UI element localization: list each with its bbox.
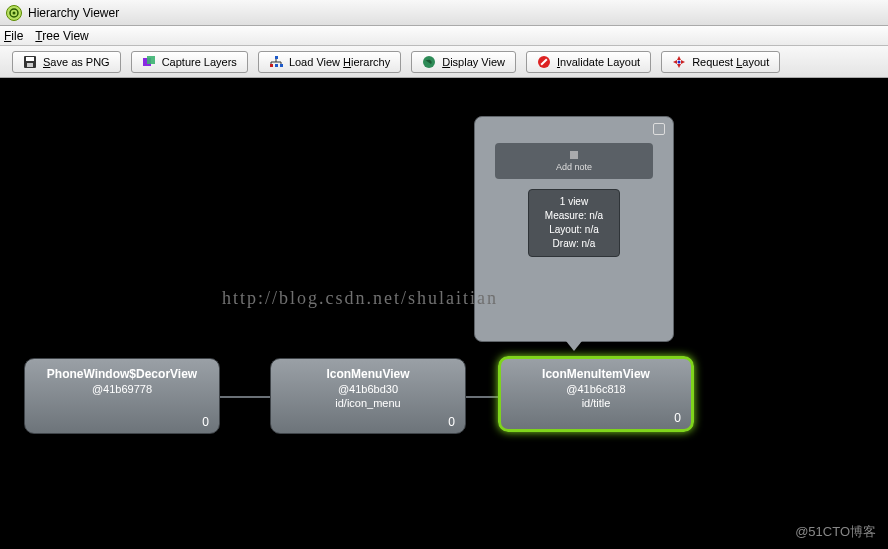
node-classname: IconMenuView [271,367,465,381]
menu-file[interactable]: File [4,29,23,43]
svg-rect-4 [27,63,33,67]
menu-tree-view[interactable]: Tree View [35,29,88,43]
svg-rect-9 [275,64,278,67]
menubar: File Tree View [0,26,888,46]
stat-draw: Draw: n/a [529,237,619,251]
svg-point-1 [13,11,16,14]
node-address: @41b6bd30 [271,383,465,395]
node-classname: PhoneWindow$DecorView [25,367,219,381]
node-address: @41b6c818 [501,383,691,395]
request-icon [672,55,686,69]
node-address: @41b69778 [25,383,219,395]
hierarchy-icon [269,55,283,69]
hierarchy-node[interactable]: IconMenuView @41b6bd30 id/icon_menu 0 [270,358,466,434]
invalidate-layout-button[interactable]: Invalidate Layout [526,51,651,73]
stat-layout: Layout: n/a [529,223,619,237]
layers-icon [142,55,156,69]
popup-stats: 1 view Measure: n/a Layout: n/a Draw: n/… [528,189,620,257]
titlebar: Hierarchy Viewer [0,0,888,26]
stat-measure: Measure: n/a [529,209,619,223]
svg-rect-6 [147,56,155,64]
node-detail-popup: Add note 1 view Measure: n/a Layout: n/a… [474,116,674,342]
svg-rect-7 [275,56,278,59]
hierarchy-node[interactable]: PhoneWindow$DecorView @41b69778 0 [24,358,220,434]
node-child-count: 0 [202,415,209,429]
connector-line [220,396,272,398]
popup-preview: Add note [495,143,653,179]
svg-rect-8 [270,64,273,67]
capture-layers-button[interactable]: Capture Layers [131,51,248,73]
app-icon [6,5,22,21]
connector-line [466,396,498,398]
node-child-count: 0 [674,411,681,425]
svg-point-14 [678,60,681,63]
request-layout-button[interactable]: Request Layout [661,51,780,73]
hierarchy-node-selected[interactable]: IconMenuItemView @41b6c818 id/title 0 [498,356,694,432]
window-title: Hierarchy Viewer [28,6,119,20]
preview-label: Add note [556,162,592,172]
popup-tail [566,341,582,351]
popup-close-icon[interactable] [653,123,665,135]
node-classname: IconMenuItemView [501,367,691,381]
stat-views: 1 view [529,195,619,209]
svg-rect-10 [280,64,283,67]
save-as-png-button[interactable]: Save as PNG [12,51,121,73]
save-icon [23,55,37,69]
node-id: id/icon_menu [271,397,465,409]
note-icon [569,150,579,160]
hierarchy-canvas[interactable]: PhoneWindow$DecorView @41b69778 0 IconMe… [0,78,888,549]
toolbar: Save as PNG Capture Layers Load View Hie… [0,46,888,78]
svg-rect-3 [26,57,34,61]
invalidate-icon [537,55,551,69]
node-child-count: 0 [448,415,455,429]
globe-icon [422,55,436,69]
watermark-text: http://blog.csdn.net/shulaitian [222,288,498,309]
node-id: id/title [501,397,691,409]
svg-rect-15 [570,151,578,159]
display-view-button[interactable]: Display View [411,51,516,73]
corner-attribution: @51CTO博客 [795,523,876,541]
load-view-hierarchy-button[interactable]: Load View Hierarchy [258,51,401,73]
